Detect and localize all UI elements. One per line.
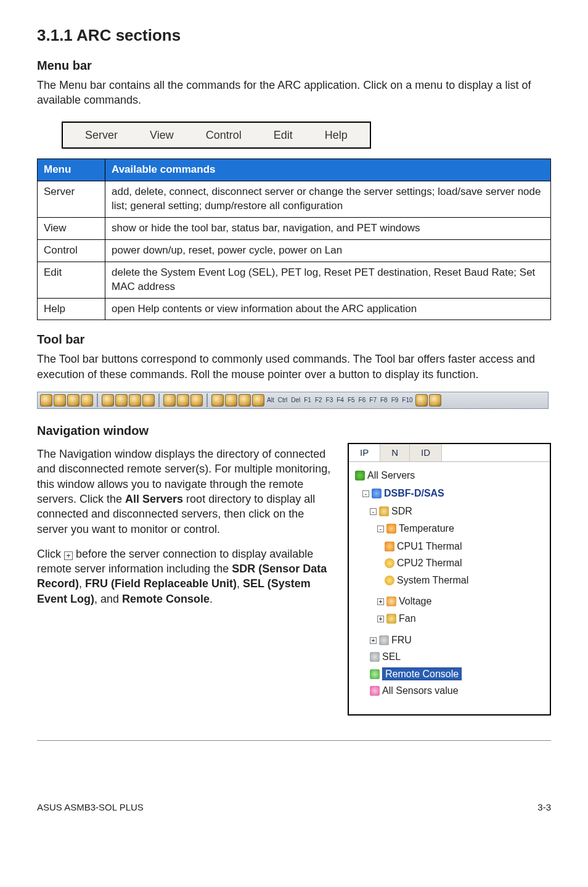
toolbar-icon[interactable] xyxy=(163,394,176,406)
toolbar-key-f6[interactable]: F6 xyxy=(357,396,367,405)
toolbar-key-f2[interactable]: F2 xyxy=(314,396,324,405)
console-icon xyxy=(370,669,380,679)
page-footer: ASUS ASMB3-SOL PLUS 3-3 xyxy=(37,796,551,814)
toolbar-icon[interactable] xyxy=(129,394,141,406)
nav-comma1: , xyxy=(79,577,85,590)
cell-desc: open Help contents or view information a… xyxy=(105,298,551,320)
tree-label: Temperature xyxy=(399,523,454,534)
expand-icon[interactable]: + xyxy=(377,598,384,605)
warning-icon xyxy=(385,576,394,585)
tree-node-fan[interactable]: +Fan xyxy=(377,610,545,627)
navigation-heading: Navigation window xyxy=(37,423,551,439)
section-title: 3.1.1 ARC sections xyxy=(37,25,551,46)
toolbar-key-f4[interactable]: F4 xyxy=(335,396,345,405)
toolbar-icon[interactable] xyxy=(177,394,189,406)
nav-b2: FRU (Field Replaceable Unit) xyxy=(85,577,237,590)
voltage-icon xyxy=(386,596,396,606)
expand-icon[interactable]: + xyxy=(377,616,384,622)
sensors-icon xyxy=(370,686,380,696)
menu-item-help[interactable]: Help xyxy=(309,126,364,144)
toolbar-icon[interactable] xyxy=(429,394,441,406)
table-row: Edit delete the System Event Log (SEL), … xyxy=(38,262,551,298)
toolbar-key-f8[interactable]: F8 xyxy=(379,396,389,405)
commands-table: Menu Available commands Server add, dele… xyxy=(37,159,551,321)
collapse-icon[interactable]: - xyxy=(377,526,384,532)
menu-item-control[interactable]: Control xyxy=(190,126,258,144)
toolbar-key-f10[interactable]: F10 xyxy=(401,396,414,405)
toolbar-intro: The Tool bar buttons correspond to commo… xyxy=(37,352,551,382)
tree-node-allservers[interactable]: All Servers -DSBF-D/SAS -SDR -Temperatur… xyxy=(355,467,545,708)
tree-label: All Servers xyxy=(367,470,415,481)
toolbar-icon[interactable] xyxy=(40,394,52,406)
menubar-intro: The Menu bar contains all the commands f… xyxy=(37,78,551,108)
tree-node-temperature[interactable]: -Temperature CPU1 Thermal CPU2 Thermal S… xyxy=(377,520,545,593)
cell-menu: Server xyxy=(38,181,105,217)
tree-node-sel[interactable]: SEL xyxy=(370,648,545,666)
toolbar-key-f9[interactable]: F9 xyxy=(390,396,400,405)
cell-desc: add, delete, connect, disconnect server … xyxy=(105,181,551,217)
tab-n[interactable]: N xyxy=(380,444,410,461)
toolbar-key-f7[interactable]: F7 xyxy=(368,396,378,405)
cell-menu: Control xyxy=(38,239,105,262)
servers-icon xyxy=(355,471,365,481)
tree-label: DSBF-D/SAS xyxy=(384,488,444,498)
sel-icon xyxy=(370,652,380,662)
toolbar-icon[interactable] xyxy=(211,394,224,406)
toolbar-separator xyxy=(97,394,98,407)
commands-header-menu: Menu xyxy=(38,159,105,181)
toolbar-icon[interactable] xyxy=(102,394,114,406)
toolbar-icon[interactable] xyxy=(67,394,80,406)
nav-and: , and xyxy=(94,593,122,605)
footer-left: ASUS ASMB3-SOL PLUS xyxy=(37,801,144,814)
menu-item-server[interactable]: Server xyxy=(69,126,134,144)
warning-icon xyxy=(385,558,394,568)
menubar-screenshot: Server View Control Edit Help xyxy=(62,122,371,149)
tree-label: FRU xyxy=(391,635,412,645)
toolbar-icon[interactable] xyxy=(252,394,264,406)
toolbar-icon[interactable] xyxy=(225,394,237,406)
toolbar-icon[interactable] xyxy=(81,394,93,406)
nav-b4: Remote Console xyxy=(122,593,210,605)
tree-label: Voltage xyxy=(399,596,431,606)
tree-node-fru[interactable]: +FRU xyxy=(370,632,545,649)
table-row: View show or hide the tool bar, status b… xyxy=(38,217,551,239)
tree-node-remote-console[interactable]: Remote Console xyxy=(370,666,545,683)
toolbar-key-f3[interactable]: F3 xyxy=(325,396,335,405)
tree-node-voltage[interactable]: +Voltage xyxy=(377,593,545,610)
server-icon xyxy=(372,489,382,498)
toolbar-icon[interactable] xyxy=(115,394,128,406)
toolbar-separator xyxy=(158,394,160,407)
footer-right: 3-3 xyxy=(537,801,551,814)
fan-icon xyxy=(386,614,396,624)
toolbar-key-del[interactable]: Del xyxy=(290,396,301,405)
toolbar-icon[interactable] xyxy=(54,394,66,406)
tree-node-server[interactable]: -DSBF-D/SAS -SDR -Temperature CPU1 Therm… xyxy=(362,485,545,704)
tree-node-sdr[interactable]: -SDR -Temperature CPU1 Thermal CPU2 Ther… xyxy=(370,503,545,632)
tree-node-all-sensors[interactable]: All Sensors value xyxy=(370,682,545,699)
tree-node-cpu2[interactable]: CPU2 Thermal xyxy=(385,555,545,572)
tree-label: CPU1 Thermal xyxy=(397,541,462,551)
tree-node-cpu1[interactable]: CPU1 Thermal xyxy=(385,538,545,555)
tab-ip[interactable]: IP xyxy=(349,444,380,461)
toolbar-key-f1[interactable]: F1 xyxy=(303,396,312,405)
expand-icon[interactable]: + xyxy=(370,637,377,644)
thermometer-icon xyxy=(385,542,394,551)
footer-divider xyxy=(37,740,551,741)
toolbar-key-ctrl[interactable]: Ctrl xyxy=(277,396,289,405)
toolbar-key-f5[interactable]: F5 xyxy=(346,396,356,405)
toolbar-icon[interactable] xyxy=(239,394,251,406)
cell-desc: show or hide the tool bar, status bar, n… xyxy=(105,217,551,239)
commands-header-desc: Available commands xyxy=(105,159,551,181)
tree-node-system-thermal[interactable]: System Thermal xyxy=(385,572,545,589)
collapse-icon[interactable]: - xyxy=(370,508,377,515)
toolbar-key-alt[interactable]: Alt xyxy=(266,396,276,405)
toolbar-screenshot: Alt Ctrl Del F1 F2 F3 F4 F5 F6 F7 F8 F9 … xyxy=(37,392,549,409)
toolbar-icon[interactable] xyxy=(142,394,155,406)
tree-label: All Sensors value xyxy=(382,685,459,696)
toolbar-icon[interactable] xyxy=(415,394,428,406)
menu-item-edit[interactable]: Edit xyxy=(258,126,309,144)
toolbar-icon[interactable] xyxy=(190,394,203,406)
menu-item-view[interactable]: View xyxy=(134,126,190,144)
tab-id[interactable]: ID xyxy=(410,444,442,461)
collapse-icon[interactable]: - xyxy=(362,490,369,497)
